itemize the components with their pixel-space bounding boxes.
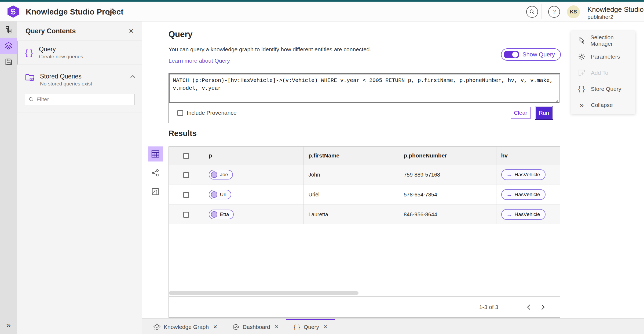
query-item-subtitle: Create new queries (39, 54, 83, 60)
stored-queries-title: Stored Queries (40, 73, 92, 80)
edit-title-icon[interactable] (107, 8, 115, 16)
edge-pill[interactable]: →HasVehicle (501, 189, 546, 200)
search-icon[interactable] (526, 6, 538, 18)
store-query-button[interactable]: { } Store Query (571, 81, 635, 97)
tab-query[interactable]: { } Query ✕ (286, 319, 335, 334)
run-button[interactable]: Run (535, 106, 552, 119)
query-actions-panel: Selection Manager Parameters Add To { } … (571, 31, 635, 114)
hierarchy-icon[interactable] (0, 21, 17, 38)
pagination-bar: 1-3 of 3 (169, 296, 560, 317)
show-query-toggle[interactable]: Show Query (501, 48, 561, 61)
app-window: Knowledge Studio Project ? KS Knowledge … (0, 0, 644, 334)
close-tab-icon[interactable]: ✕ (275, 324, 279, 330)
toggle-switch[interactable] (504, 51, 519, 58)
results-view-switcher (148, 146, 163, 199)
results-table: p p.firstName p.phoneNumber hv Joe John … (169, 147, 560, 224)
selection-manager-button[interactable]: Selection Manager (571, 33, 635, 49)
results-title: Results (169, 129, 197, 138)
chevron-up-icon[interactable] (130, 73, 136, 78)
learn-more-link[interactable]: Learn more about Query (169, 58, 230, 64)
panel-title: Query Contents (25, 27, 76, 35)
edge-pill[interactable]: →HasVehicle (501, 209, 546, 220)
filter-search-icon (28, 97, 34, 102)
edge-pill[interactable]: →HasVehicle (501, 169, 546, 180)
tab-label: Query (304, 324, 319, 330)
tab-dashboard[interactable]: Dashboard ✕ (225, 319, 286, 334)
edge-label: HasVehicle (515, 172, 540, 178)
show-query-label: Show Query (522, 51, 555, 58)
column-header-firstname[interactable]: p.firstName (303, 147, 399, 165)
row-checkbox[interactable] (183, 192, 189, 198)
logo-swirl-icon (10, 8, 17, 15)
node-label: Etta (220, 211, 229, 217)
arrow-right-icon: → (507, 212, 512, 217)
node-pill[interactable]: Joe (209, 170, 233, 179)
results-empty-area (169, 224, 560, 296)
user-avatar[interactable]: KS (567, 5, 580, 18)
braces-icon: { } (294, 324, 301, 331)
select-all-checkbox[interactable] (183, 153, 189, 159)
cell-firstname: John (303, 165, 399, 185)
parameters-button[interactable]: Parameters (571, 49, 635, 65)
stored-queries-subtitle: No stored queries exist (40, 81, 92, 87)
close-panel-icon[interactable]: ✕ (129, 27, 134, 35)
cell-phonenumber: 578-654-7854 (399, 185, 496, 204)
action-label: Add To (591, 70, 608, 76)
page-description: You can query a knowledge graph to ident… (169, 46, 371, 53)
cell-phonenumber: 759-889-57168 (399, 165, 496, 185)
collapse-button[interactable]: » Collapse (571, 97, 635, 113)
clear-button[interactable]: Clear (511, 107, 530, 119)
query-item-title: Query (39, 46, 83, 53)
include-provenance-checkbox[interactable] (177, 110, 183, 116)
header-divider (541, 4, 542, 19)
tab-knowledge-graph[interactable]: Knowledge Graph ✕ (146, 319, 225, 334)
folder-icon (25, 73, 35, 82)
stored-queries-header[interactable]: Stored Queries No stored queries exist (25, 73, 136, 87)
selection-manager-icon (577, 37, 586, 44)
pagination-range-label: 1-3 of 3 (479, 304, 498, 310)
query-editor[interactable]: MATCH (p:Person)-[hv:HasVehicle]->(v:Veh… (169, 74, 559, 103)
query-contents-panel: Query Contents ✕ { } Query Create new qu… (17, 21, 142, 334)
row-checkbox[interactable] (183, 212, 189, 218)
layers-icon[interactable] (0, 38, 17, 54)
main-content: Query You can query a knowledge graph to… (142, 21, 644, 318)
expand-rail-icon[interactable]: » (0, 321, 17, 330)
cell-phonenumber: 846-956-8644 (399, 204, 496, 224)
node-icon (211, 191, 217, 198)
sidebar-item-query[interactable]: { } Query Create new queries (17, 41, 142, 65)
close-tab-icon[interactable]: ✕ (213, 324, 217, 330)
horizontal-scrollbar[interactable] (169, 291, 358, 295)
filter-input[interactable] (36, 96, 131, 103)
row-checkbox[interactable] (183, 172, 189, 178)
node-pill[interactable]: Uri (209, 190, 231, 199)
cell-firstname: Uriel (303, 185, 399, 204)
close-tab-icon[interactable]: ✕ (323, 324, 328, 330)
filter-field (25, 94, 134, 105)
tab-label: Dashboard (243, 324, 270, 330)
graph-view-icon[interactable] (148, 165, 163, 180)
save-icon[interactable] (0, 54, 17, 70)
next-page-icon[interactable] (537, 301, 549, 313)
action-label: Store Query (591, 86, 621, 92)
column-header-phonenumber[interactable]: p.phoneNumber (399, 147, 496, 165)
left-rail: » (0, 21, 17, 334)
app-logo (8, 5, 19, 18)
bottom-tab-bar: Knowledge Graph ✕ Dashboard ✕ { } Query … (142, 318, 644, 334)
column-header-p[interactable]: p (204, 147, 303, 165)
arrow-right-icon: → (507, 192, 512, 197)
map-view-icon[interactable] (148, 184, 163, 199)
node-pill[interactable]: Etta (209, 210, 234, 219)
previous-page-icon[interactable] (522, 301, 535, 313)
table-view-icon[interactable] (148, 146, 163, 161)
action-label: Parameters (591, 53, 620, 60)
query-editor-container: MATCH (p:Person)-[hv:HasVehicle]->(v:Veh… (169, 73, 560, 123)
action-label: Selection Manager (591, 34, 635, 47)
column-header-hv[interactable]: hv (496, 147, 560, 165)
page-title: Query (169, 30, 193, 39)
query-contents-header: Query Contents ✕ (17, 21, 142, 41)
braces-icon: { } (577, 85, 586, 93)
add-to-button[interactable]: Add To (571, 65, 635, 81)
toggle-knob (512, 52, 518, 58)
node-icon (211, 211, 217, 218)
help-icon[interactable]: ? (548, 6, 560, 18)
